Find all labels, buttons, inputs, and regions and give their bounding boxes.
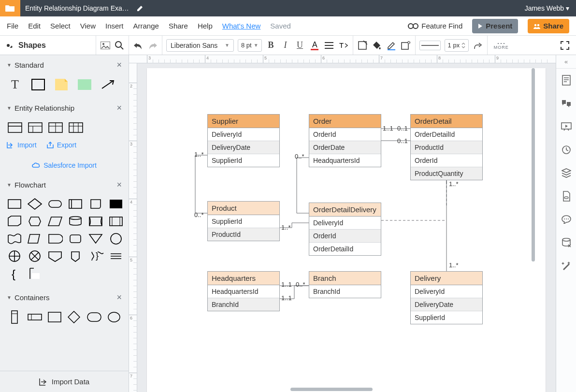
folder-icon[interactable] xyxy=(0,0,20,16)
entity-field[interactable]: BranchId xyxy=(208,298,279,311)
entity-field[interactable]: HeadquartersId xyxy=(208,285,279,298)
entity-product[interactable]: ProductSupplierIdProductId xyxy=(207,201,280,241)
text-options-icon[interactable]: T xyxy=(338,40,349,51)
flowchart-shape-3[interactable] xyxy=(67,197,84,211)
entity-field[interactable]: OrderDate xyxy=(309,141,381,154)
section-standard[interactable]: ▼ Standard × xyxy=(0,55,129,75)
entity-orderdetaildelivery[interactable]: OrderDetailDeliveryDeliveryIdOrderIdOrde… xyxy=(309,203,381,256)
entity-field[interactable]: BranchId xyxy=(309,285,381,298)
entity-field[interactable]: DeliveryDate xyxy=(208,141,279,154)
history-icon[interactable] xyxy=(556,138,576,161)
entity-headquarters[interactable]: HeadquartersHeadquartersIdBranchId xyxy=(207,271,280,311)
container-2[interactable] xyxy=(28,310,42,324)
container-6[interactable] xyxy=(107,310,121,324)
import-data-button[interactable]: Import Data xyxy=(0,371,129,392)
entity-header[interactable]: Supplier xyxy=(208,115,279,128)
entity-header[interactable]: Product xyxy=(208,202,279,215)
section-containers[interactable]: ▼ Containers × xyxy=(0,288,129,307)
er-salesforce-import[interactable]: Salesforce Import xyxy=(7,159,122,169)
section-flowchart[interactable]: ▼ Flowchart × xyxy=(0,175,129,195)
flowchart-shape-9[interactable] xyxy=(67,214,84,229)
close-icon[interactable]: × xyxy=(116,180,122,190)
flowchart-shape-11[interactable] xyxy=(107,214,125,229)
shape-icon[interactable] xyxy=(357,40,368,51)
flowchart-shape-22[interactable]: } xyxy=(87,249,104,263)
entity-field[interactable]: SupplierId xyxy=(208,215,279,228)
line-width-select[interactable]: 1 px xyxy=(445,39,469,52)
menu-help[interactable]: Help xyxy=(198,22,213,30)
gear-icon[interactable] xyxy=(4,41,13,50)
flowchart-shape-12[interactable] xyxy=(6,232,23,246)
magic-icon[interactable] xyxy=(556,254,576,277)
flowchart-shape-6[interactable] xyxy=(6,214,23,229)
present-button[interactable]: Present xyxy=(472,19,518,33)
menu-arrange[interactable]: Arrange xyxy=(133,22,159,30)
er-shape-3[interactable] xyxy=(48,121,63,134)
canvas[interactable]: SupplierDeliveryIdDeliveryDateSupplierId… xyxy=(137,63,556,392)
rename-icon[interactable] xyxy=(134,5,146,12)
container-1[interactable] xyxy=(8,310,22,324)
flowchart-shape-10[interactable] xyxy=(87,214,104,229)
data-icon[interactable] xyxy=(556,185,576,208)
entity-field[interactable]: DeliveryId xyxy=(208,128,279,141)
container-4[interactable] xyxy=(67,310,81,324)
user-menu[interactable]: James Webb ▾ xyxy=(518,4,576,12)
entity-field[interactable]: ProductId xyxy=(411,141,482,154)
flowchart-shape-0[interactable] xyxy=(6,197,23,211)
feature-find[interactable]: Feature Find xyxy=(408,22,462,30)
er-shape-4[interactable] xyxy=(69,121,83,134)
er-import[interactable]: Import xyxy=(7,141,37,149)
flowchart-shape-25[interactable] xyxy=(26,266,43,281)
menu-insert[interactable]: Insert xyxy=(105,22,124,30)
entity-field[interactable]: OrderId xyxy=(411,154,482,167)
entity-header[interactable]: OrderDetailDelivery xyxy=(309,203,381,217)
menu-edit[interactable]: Edit xyxy=(28,22,41,30)
search-icon[interactable] xyxy=(115,40,125,51)
entity-field[interactable]: ProductId xyxy=(208,228,279,241)
shape-arrow[interactable] xyxy=(101,78,115,91)
underline-icon[interactable]: U xyxy=(295,40,305,51)
flowchart-shape-4[interactable] xyxy=(87,197,104,211)
close-icon[interactable]: × xyxy=(116,292,122,303)
shape-block[interactable] xyxy=(77,78,92,91)
entity-header[interactable]: OrderDetail xyxy=(411,115,482,128)
document-name[interactable]: Entity Relationship Diagram Exa… xyxy=(20,4,134,12)
flowchart-shape-21[interactable] xyxy=(67,249,84,263)
entity-header[interactable]: Delivery xyxy=(411,272,482,285)
flowchart-shape-1[interactable] xyxy=(26,197,43,211)
entity-header[interactable]: Branch xyxy=(309,272,381,285)
section-er[interactable]: ▼ Entity Relationship × xyxy=(0,98,129,118)
close-icon[interactable]: × xyxy=(116,103,122,113)
menu-share[interactable]: Share xyxy=(169,22,188,30)
flowchart-shape-23[interactable] xyxy=(107,249,125,263)
entity-field[interactable]: SupplierId xyxy=(411,311,482,324)
font-select[interactable]: Liberation Sans ▼ xyxy=(166,39,234,52)
menu-view[interactable]: View xyxy=(80,22,96,30)
fullscreen-icon[interactable] xyxy=(560,40,570,51)
entity-header[interactable]: Headquarters xyxy=(208,272,279,285)
flowchart-shape-18[interactable] xyxy=(6,249,23,263)
align-icon[interactable] xyxy=(324,40,334,51)
container-5[interactable] xyxy=(87,310,101,324)
flowchart-shape-7[interactable] xyxy=(26,214,43,229)
shape-text[interactable]: T xyxy=(8,78,22,91)
entity-header[interactable]: Order xyxy=(309,115,381,128)
redo-icon[interactable] xyxy=(147,40,158,51)
menu-whatsnew[interactable]: What's New xyxy=(222,22,261,30)
entity-field[interactable]: DeliveryId xyxy=(411,285,482,298)
horizontal-scrollbar[interactable] xyxy=(145,386,529,392)
entity-field[interactable]: OrderDetailId xyxy=(309,243,381,255)
text-color-icon[interactable]: A xyxy=(309,40,320,51)
entity-delivery[interactable]: DeliveryDeliveryIdDeliveryDateSupplierId xyxy=(410,271,483,324)
entity-field[interactable]: ProductQuantity xyxy=(411,167,482,180)
shape-rect[interactable] xyxy=(31,78,45,91)
flowchart-shape-17[interactable] xyxy=(107,232,125,246)
entity-field[interactable]: OrderId xyxy=(309,230,381,243)
flowchart-shape-5[interactable] xyxy=(107,197,125,211)
chat-icon[interactable] xyxy=(556,208,576,231)
line-options-icon[interactable] xyxy=(473,40,483,51)
shape-note[interactable] xyxy=(54,78,69,91)
menu-select[interactable]: Select xyxy=(50,22,71,30)
flowchart-shape-14[interactable] xyxy=(46,232,64,246)
er-shape-2[interactable] xyxy=(28,121,43,134)
